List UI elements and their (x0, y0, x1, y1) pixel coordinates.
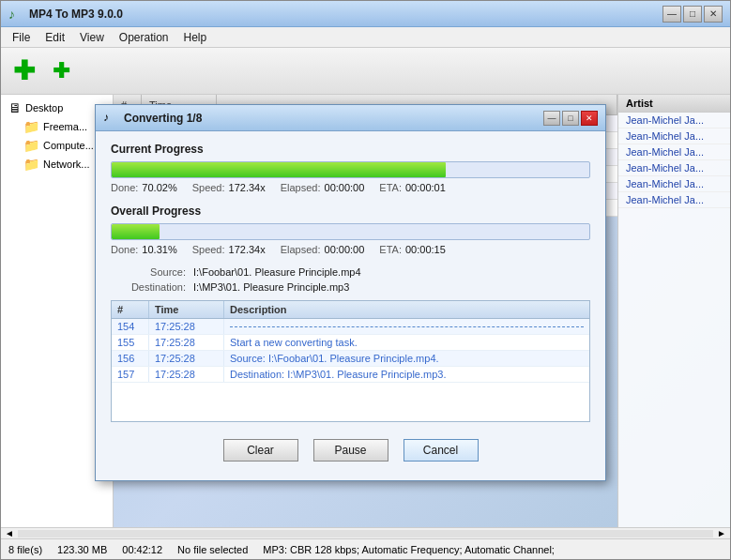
overall-done-stat: Done: 10.31% (111, 244, 177, 255)
log-col-desc-header: Description (224, 301, 589, 318)
converting-dialog: ♪ Converting 1/8 — □ ✕ Current Progress (95, 104, 606, 481)
cancel-button[interactable]: Cancel (404, 439, 479, 462)
log-time-156: 17:25:28 (149, 351, 224, 366)
current-progress-stats: Done: 70.02% Speed: 172.34x Elapsed: 00:… (111, 182, 590, 193)
scroll-left-arrow[interactable]: ◄ (5, 528, 14, 538)
log-row-155[interactable]: 155 17:25:28 Start a new converting task… (112, 335, 589, 351)
dialog-icon: ♪ (103, 111, 118, 126)
menu-operation[interactable]: Operation (112, 29, 176, 46)
close-button[interactable]: ✕ (704, 6, 723, 23)
overall-speed-stat: Speed: 172.34x (192, 244, 266, 255)
log-time-154: 17:25:28 (149, 319, 224, 334)
log-time-155: 17:25:28 (149, 335, 224, 350)
status-file-size: 123.30 MB (57, 544, 107, 555)
overall-elapsed-value: 00:00:00 (325, 244, 365, 255)
status-format: MP3: CBR 128 kbps; Automatic Frequency; … (263, 544, 555, 555)
current-progress-bar-bg (111, 161, 590, 178)
main-title-bar: ♪ MP4 To MP3 9.0.0 — □ ✕ (1, 1, 730, 27)
menu-file[interactable]: File (5, 29, 38, 46)
current-speed-label: Speed: (192, 182, 225, 193)
overall-progress-stats: Done: 10.31% Speed: 172.34x Elapsed: 00:… (111, 244, 590, 255)
overall-speed-label: Speed: (192, 244, 225, 255)
current-done-stat: Done: 70.02% (111, 182, 177, 193)
maximize-button[interactable]: □ (683, 6, 702, 23)
clear-button[interactable]: Clear (223, 439, 298, 462)
log-time-157: 17:25:28 (149, 367, 224, 382)
dest-row: Destination: I:\MP3\01. Pleasure Princip… (111, 281, 590, 293)
source-dest-section: Source: I:\Foobar\01. Pleasure Principle… (111, 266, 590, 293)
minimize-button[interactable]: — (662, 6, 681, 23)
overall-progress-bar-bg (111, 223, 590, 240)
current-eta-value: 00:00:01 (405, 182, 446, 193)
log-row-156[interactable]: 156 17:25:28 Source: I:\Foobar\01. Pleas… (112, 351, 589, 367)
log-row-157[interactable]: 157 17:25:28 Destination: I:\MP3\01. Ple… (112, 367, 589, 383)
add-folder-icon: ✚ (46, 56, 76, 86)
status-no-file: No file selected (177, 544, 248, 555)
menu-help[interactable]: Help (176, 29, 215, 46)
content-area: 🖥 Desktop 📁 Freema... 📁 Compute... 📁 Net… (1, 95, 730, 527)
log-desc-156: Source: I:\Foobar\01. Pleasure Principle… (224, 351, 589, 366)
current-speed-value: 172.34x (229, 182, 266, 193)
dialog-title: Converting 1/8 (124, 112, 541, 125)
log-col-time-header: Time (149, 301, 224, 318)
dialog-title-bar: ♪ Converting 1/8 — □ ✕ (96, 105, 605, 131)
overall-progress-section: Overall Progress Done: 10.31% Speed: (111, 204, 590, 255)
dialog-buttons: Clear Pause Cancel (111, 430, 590, 469)
overall-progress-bar-fill (112, 224, 160, 239)
dialog-overlay: ♪ Converting 1/8 — □ ✕ Current Progress (1, 95, 730, 527)
log-table-container: # Time Description 154 17:25:28 (111, 300, 590, 422)
current-elapsed-stat: Elapsed: 00:00:00 (281, 182, 365, 193)
overall-done-value: 10.31% (142, 244, 176, 255)
log-desc-157: Destination: I:\MP3\01. Pleasure Princip… (224, 367, 589, 382)
pause-button[interactable]: Pause (313, 439, 388, 462)
status-duration: 00:42:12 (122, 544, 162, 555)
dialog-maximize-button[interactable]: □ (562, 111, 579, 126)
overall-elapsed-label: Elapsed: (281, 244, 321, 255)
overall-eta-value: 00:00:15 (405, 244, 446, 255)
log-num-156: 156 (112, 351, 149, 366)
log-num-154: 154 (112, 319, 149, 334)
current-progress-bar-fill (112, 162, 446, 177)
current-elapsed-label: Elapsed: (281, 182, 321, 193)
scroll-right-arrow[interactable]: ► (717, 528, 726, 538)
overall-done-label: Done: (111, 244, 138, 255)
app-icon: ♪ (8, 7, 23, 22)
log-num-155: 155 (112, 335, 149, 350)
status-bar: 8 file(s) 123.30 MB 00:42:12 No file sel… (1, 538, 730, 559)
add-file-icon: ✚ (8, 56, 38, 86)
dest-value: I:\MP3\01. Pleasure Principle.mp3 (193, 281, 349, 293)
current-progress-section: Current Progress Done: 70.02% Speed: (111, 143, 590, 193)
toolbar: ✚ ✚ (1, 48, 730, 95)
current-done-value: 70.02% (142, 182, 176, 193)
log-row-154[interactable]: 154 17:25:28 (112, 319, 589, 335)
dialog-close-button[interactable]: ✕ (581, 111, 598, 126)
app-title: MP4 To MP3 9.0.0 (29, 8, 662, 21)
dest-label: Destination: (111, 281, 186, 293)
log-table-header: # Time Description (112, 301, 589, 319)
current-eta-label: ETA: (379, 182, 402, 193)
overall-speed-value: 172.34x (229, 244, 266, 255)
add-folder-button[interactable]: ✚ (46, 56, 76, 86)
log-col-num-header: # (112, 301, 149, 318)
dialog-body: Current Progress Done: 70.02% Speed: (96, 131, 605, 480)
current-progress-label: Current Progress (111, 143, 590, 156)
overall-progress-label: Overall Progress (111, 204, 590, 218)
current-eta-stat: ETA: 00:00:01 (379, 182, 445, 193)
current-elapsed-value: 00:00:00 (325, 182, 365, 193)
menu-edit[interactable]: Edit (38, 29, 72, 46)
menu-bar: File Edit View Operation Help (1, 27, 730, 48)
dialog-minimize-button[interactable]: — (543, 111, 560, 126)
title-bar-buttons: — □ ✕ (662, 6, 723, 23)
source-value: I:\Foobar\01. Pleasure Principle.mp4 (193, 266, 361, 278)
log-desc-154 (224, 319, 589, 334)
scrollbar-area[interactable]: ◄ ► (1, 527, 730, 538)
menu-view[interactable]: View (72, 29, 112, 46)
current-speed-stat: Speed: 172.34x (192, 182, 266, 193)
overall-elapsed-stat: Elapsed: 00:00:00 (281, 244, 365, 255)
status-file-count: 8 file(s) (8, 544, 42, 555)
source-label: Source: (111, 266, 186, 278)
add-file-button[interactable]: ✚ (8, 56, 38, 86)
main-window: ♪ MP4 To MP3 9.0.0 — □ ✕ File Edit View … (0, 0, 731, 560)
current-done-label: Done: (111, 182, 138, 193)
overall-eta-stat: ETA: 00:00:15 (379, 244, 445, 255)
